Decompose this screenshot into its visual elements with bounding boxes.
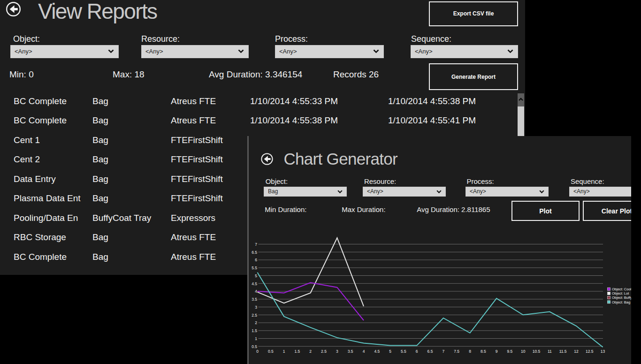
svg-text:5: 5 [389,349,391,354]
svg-text:4: 4 [255,289,257,294]
svg-text:12.5: 12.5 [586,349,594,354]
svg-text:0: 0 [256,349,259,354]
svg-text:7: 7 [255,242,257,247]
svg-text:Object: Cooler: Object: Cooler [612,287,631,291]
svg-text:7.5: 7.5 [454,349,459,354]
svg-text:6.5: 6.5 [252,250,257,255]
svg-text:Object: Lot: Object: Lot [612,291,629,296]
svg-text:4.5: 4.5 [374,349,380,354]
svg-text:12: 12 [574,349,579,354]
svg-text:10.5: 10.5 [533,349,541,354]
svg-text:11.5: 11.5 [559,349,567,354]
svg-text:2: 2 [309,349,312,354]
svg-text:5: 5 [255,273,257,278]
svg-text:6.5: 6.5 [427,349,433,354]
svg-text:6: 6 [255,258,257,262]
svg-text:6: 6 [416,349,418,354]
svg-text:4: 4 [363,349,365,354]
svg-text:7: 7 [442,349,444,354]
svg-text:5.5: 5.5 [252,265,257,270]
svg-text:11: 11 [548,349,552,354]
svg-text:Object: BuffyCoat Tray: Object: BuffyCoat Tray [612,296,631,300]
svg-text:0.5: 0.5 [252,344,257,349]
svg-text:3.5: 3.5 [252,297,257,302]
svg-text:3: 3 [255,305,257,310]
svg-text:8: 8 [469,349,471,354]
svg-text:1: 1 [255,336,257,341]
svg-text:3: 3 [336,349,338,354]
svg-text:0.5: 0.5 [268,349,274,354]
svg-text:9.5: 9.5 [507,349,512,354]
svg-text:1.5: 1.5 [252,328,257,333]
svg-text:1.5: 1.5 [294,349,300,354]
svg-text:Object: Bag: Object: Bag [612,300,630,304]
svg-text:2: 2 [255,320,257,325]
svg-text:5.5: 5.5 [401,349,406,354]
svg-text:1: 1 [283,349,285,354]
svg-text:4.5: 4.5 [252,281,257,286]
svg-text:9: 9 [496,349,498,354]
svg-text:8.5: 8.5 [481,349,486,354]
svg-text:3.5: 3.5 [348,349,353,354]
svg-text:13: 13 [601,349,605,354]
svg-text:10: 10 [521,349,526,354]
svg-text:2.5: 2.5 [252,313,257,318]
svg-text:2.5: 2.5 [321,349,327,354]
